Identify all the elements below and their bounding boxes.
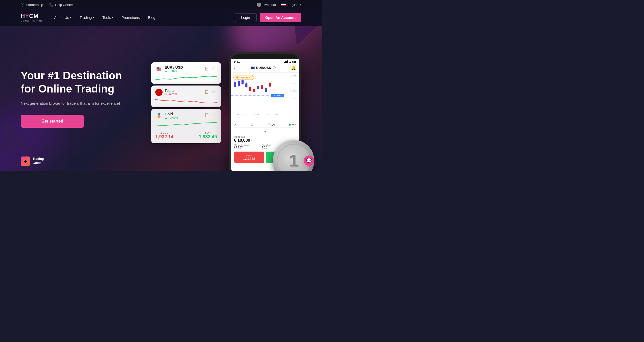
hero-subtitle: Next generation broker for traders that … bbox=[21, 101, 150, 106]
gold-document-icon[interactable]: 📋 bbox=[204, 113, 210, 118]
signal-bar-4 bbox=[287, 60, 288, 63]
get-started-button[interactable]: Get started bbox=[21, 115, 84, 128]
svg-rect-17 bbox=[265, 88, 267, 92]
trading-guide-icon: ◆ bbox=[21, 156, 30, 166]
price-scale: 1.12910 1.12880 1.12820 1.12790 bbox=[290, 75, 297, 99]
tesla-icon: T bbox=[155, 89, 163, 96]
tesla-info: Tesla ▼ -0.02% bbox=[165, 89, 177, 96]
share-icon[interactable]: ↗ bbox=[234, 123, 237, 126]
chart-controls: ↗ ⚙ 🕐 1M Mar bbox=[234, 122, 296, 128]
card-header: 🇺🇸 EUR / USD ▲ +0.07% 📋 ☆ bbox=[155, 65, 217, 73]
tesla-mini-chart bbox=[155, 97, 217, 105]
eur-usd-mini-chart bbox=[155, 74, 217, 82]
chat-float-button[interactable]: 💬 bbox=[304, 155, 314, 166]
filter-icon[interactable]: ⚙ bbox=[251, 123, 253, 126]
gold-star-icon[interactable]: ☆ bbox=[212, 113, 217, 118]
wifi-icon: ▲ bbox=[289, 60, 291, 63]
phone-sell-price: 1.12838 bbox=[236, 157, 263, 161]
tesla-star-icon[interactable]: ☆ bbox=[212, 90, 217, 95]
info-icon[interactable]: ⓘ bbox=[273, 66, 276, 70]
document-icon[interactable]: 📋 bbox=[204, 66, 210, 72]
trade-size-chevron[interactable]: ▾ bbox=[251, 139, 253, 142]
partnership-link[interactable]: ◎ Partnership bbox=[21, 3, 43, 7]
nav-about-us[interactable]: About Us ▾ bbox=[51, 13, 75, 22]
nav-tools[interactable]: Tools ▾ bbox=[99, 13, 116, 22]
phone-chart-area: Use signal 1.12910 1.12880 1.12820 1.127… bbox=[231, 73, 299, 119]
signal-bar-3 bbox=[286, 61, 287, 63]
gold-mini-chart bbox=[155, 121, 217, 129]
trading-cards: 🇺🇸 EUR / USD ▲ +0.07% 📋 ☆ bbox=[151, 62, 224, 143]
help-center-link[interactable]: 📞 Help Center bbox=[49, 3, 73, 7]
promotions-label: Promotions bbox=[121, 16, 140, 20]
time-control[interactable]: 🕐 1M bbox=[267, 123, 275, 126]
price-tick-2: 1.12880 bbox=[290, 82, 297, 84]
phone-signals: ▲ ▮▮▮ bbox=[284, 60, 296, 63]
trade-size-value: € 10,000 ▾ bbox=[234, 138, 253, 143]
phone-alert-icon[interactable]: 🔔 bbox=[291, 65, 296, 70]
eur-usd-card: 🇺🇸 EUR / USD ▲ +0.07% 📋 ☆ bbox=[151, 62, 221, 84]
star-icon[interactable]: ☆ bbox=[212, 66, 217, 72]
nav-links: About Us ▾ Trading ▾ Tools ▾ Promotions … bbox=[51, 13, 158, 22]
nav-trading[interactable]: Trading ▾ bbox=[77, 13, 97, 22]
live-chat-link[interactable]: Live chat bbox=[257, 3, 276, 7]
svg-text:12:04: 12:04 bbox=[265, 114, 269, 116]
logo[interactable]: HYCM Capital Markets bbox=[21, 13, 43, 22]
nav-blog[interactable]: Blog bbox=[145, 13, 158, 22]
chat-bubble-icon bbox=[257, 3, 261, 6]
phone-status-bar: 9:41 ▲ ▮▮▮ bbox=[231, 59, 299, 64]
top-bar-right: Live chat English ▾ bbox=[257, 3, 301, 7]
expand-icon[interactable]: ▾ bbox=[264, 130, 266, 134]
pip-label: Pip value: bbox=[262, 144, 271, 146]
language-selector[interactable]: English ▾ bbox=[281, 3, 301, 7]
gold-name: Gold bbox=[165, 112, 178, 116]
margin-value: € 54.57 bbox=[234, 146, 250, 149]
sell-buy-row: SELL 1,932.14 BUY 1,932.49 bbox=[155, 131, 217, 140]
svg-rect-15 bbox=[261, 85, 263, 89]
nav-left: HYCM Capital Markets About Us ▾ Trading … bbox=[21, 13, 158, 22]
hero-title-line1: Your #1 Destination bbox=[21, 69, 122, 82]
hero-right: 🇺🇸 EUR / USD ▲ +0.07% 📋 ☆ bbox=[151, 52, 317, 171]
time-interval: 1M bbox=[271, 123, 275, 126]
nav-promotions[interactable]: Promotions bbox=[118, 13, 143, 22]
signal-bar-2 bbox=[285, 61, 286, 63]
gold-card-left: 🏅 Gold ▲ +0,67% bbox=[155, 112, 178, 119]
sell-column: SELL 1,932.14 bbox=[155, 131, 173, 140]
phone-sell-label: SELL bbox=[236, 154, 263, 157]
svg-text:1.12853: 1.12853 bbox=[274, 95, 281, 97]
main-nav: HYCM Capital Markets About Us ▾ Trading … bbox=[0, 9, 322, 26]
hero-title-line2: for Online Trading bbox=[21, 83, 114, 95]
sell-price: 1,932.14 bbox=[155, 134, 173, 140]
eur-usd-name: EUR / USD bbox=[165, 65, 183, 69]
phone-back-button[interactable]: ‹ bbox=[234, 66, 235, 70]
flag-icon bbox=[281, 3, 286, 6]
svg-rect-7 bbox=[245, 83, 247, 87]
live-chat-label: Live chat bbox=[262, 3, 276, 7]
hero-title: Your #1 Destination for Online Trading bbox=[21, 69, 150, 95]
phone-notch bbox=[255, 54, 275, 59]
login-button[interactable]: Login bbox=[235, 13, 257, 22]
tools-label: Tools bbox=[103, 16, 111, 20]
phone-sell-button[interactable]: SELL 1.12838 bbox=[234, 152, 264, 163]
svg-rect-13 bbox=[257, 86, 259, 89]
sell-label: SELL bbox=[155, 131, 173, 134]
gold-card-header: 🏅 Gold ▲ +0,67% 📋 ☆ bbox=[155, 112, 217, 119]
trading-guide-badge[interactable]: ◆ Trading Guide bbox=[21, 156, 44, 166]
eur-usd-change: ▲ +0.07% bbox=[165, 69, 183, 73]
card-actions: 📋 ☆ bbox=[204, 66, 217, 72]
tesla-name: Tesla bbox=[165, 89, 177, 93]
open-account-button[interactable]: Open An Account bbox=[260, 13, 301, 22]
gold-card-actions: 📋 ☆ bbox=[204, 113, 217, 118]
svg-rect-1 bbox=[234, 82, 236, 87]
partnership-label: Partnership bbox=[26, 3, 43, 7]
tesla-card: T Tesla ▼ -0.02% 📋 ☆ bbox=[151, 86, 221, 107]
price-tick-4: 1.12790 bbox=[290, 97, 297, 99]
eur-flag-phone: 🇪🇺 bbox=[251, 66, 255, 70]
phone-header: ‹ 🇪🇺 EUR/USD ⓘ 🔔 bbox=[231, 64, 299, 73]
about-us-label: About Us bbox=[54, 16, 69, 20]
top-bar: ◎ Partnership 📞 Help Center Live chat En… bbox=[0, 0, 322, 9]
tesla-document-icon[interactable]: 📋 bbox=[204, 90, 210, 95]
signal-bar-1 bbox=[284, 62, 285, 63]
pip-value-text: € 0.1 bbox=[262, 146, 271, 149]
trading-chevron-icon: ▾ bbox=[93, 16, 94, 19]
logo-sub: Capital Markets bbox=[21, 19, 43, 22]
